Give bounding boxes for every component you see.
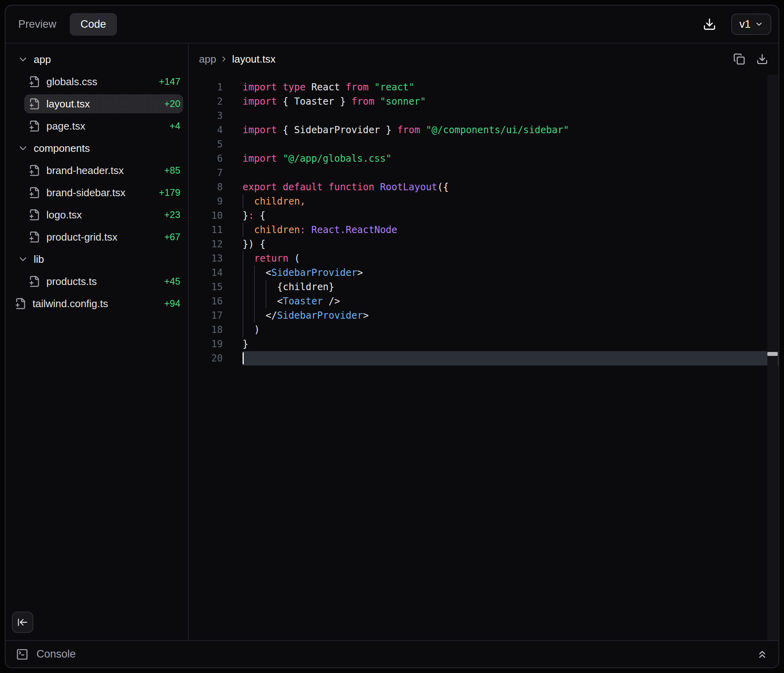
code-line-5[interactable]: 5 [189, 137, 778, 151]
token-kw: from [352, 96, 375, 107]
code-line-16[interactable]: 16<Toaster /> [189, 294, 778, 308]
collapse-sidebar-button[interactable] [12, 612, 33, 633]
tab-preview[interactable]: Preview [18, 18, 56, 31]
token-kw: import [243, 96, 277, 107]
code-lines: 1import type React from "react"2import {… [189, 80, 778, 365]
tree-item-brand-header-tsx[interactable]: brand-header.tsx+85 [24, 161, 183, 180]
code-line-3[interactable]: 3 [189, 109, 778, 123]
line-content: <Toaster /> [243, 294, 778, 308]
token-kw: export [243, 182, 277, 193]
editor-panel: app layout.tsx 1import type React from "… [189, 44, 778, 640]
indent-guide [243, 308, 243, 323]
scrollbar-track[interactable] [767, 75, 778, 640]
tree-item-product-grid-tsx[interactable]: product-grid.tsx+67 [24, 228, 183, 247]
scrollbar-thumb[interactable] [767, 352, 778, 356]
code-text: <Toaster /> [243, 294, 340, 308]
code-line-7[interactable]: 7 [189, 166, 778, 180]
file-tree-sidebar: appglobals.css+147layout.tsx+20page.tsx+… [6, 44, 189, 640]
line-number: 20 [189, 353, 223, 364]
token-pl: < [277, 296, 283, 307]
line-content: import "@/app/globals.css" [243, 151, 778, 166]
tree-item-products-ts[interactable]: products.ts+45 [24, 272, 183, 291]
tree-item-globals-css[interactable]: globals.css+147 [24, 72, 183, 91]
code-line-8[interactable]: 8export default function RootLayout({ [189, 180, 778, 194]
code-line-11[interactable]: 11children: React.ReactNode [189, 223, 778, 237]
download-project-button[interactable] [703, 17, 716, 31]
tree-item-page-tsx[interactable]: page.tsx+4 [24, 117, 183, 136]
line-number: 7 [189, 167, 223, 178]
token-pl: /> [323, 296, 340, 307]
code-text: return ( [243, 251, 300, 266]
tree-item-tailwind-config-ts[interactable]: tailwind.config.ts+94 [10, 294, 183, 313]
token-str: "@/app/globals.css" [283, 153, 392, 164]
line-number: 13 [189, 253, 223, 264]
code-line-20[interactable]: 20 [189, 351, 778, 365]
token-type: RootLayout [380, 182, 438, 193]
indent-guide [243, 194, 243, 208]
line-content: import { Toaster } from "sonner" [243, 94, 778, 109]
code-line-15[interactable]: 15{children} [189, 280, 778, 294]
token-pl [306, 224, 311, 235]
expand-console-button[interactable] [756, 648, 768, 660]
code-line-19[interactable]: 19} [189, 337, 778, 351]
line-number: 9 [189, 196, 223, 207]
line-content [243, 351, 778, 365]
indent-guide [254, 294, 255, 308]
file-plus-icon [29, 76, 40, 88]
line-content: return ( [243, 251, 778, 266]
file-plus-icon [29, 98, 40, 110]
code-line-6[interactable]: 6import "@/app/globals.css" [189, 151, 778, 166]
token-pl: {children} [277, 281, 335, 293]
tree-item-components[interactable]: components [6, 139, 188, 158]
tree-item-brand-sidebar-tsx[interactable]: brand-sidebar.tsx+179 [24, 183, 183, 202]
line-content: children, [243, 194, 778, 208]
code-line-13[interactable]: 13return ( [189, 251, 778, 266]
code-line-9[interactable]: 9children, [189, 194, 778, 208]
download-icon [756, 53, 768, 65]
version-dropdown[interactable]: v1 [731, 13, 771, 35]
code-line-10[interactable]: 10}: { [189, 208, 778, 223]
code-line-14[interactable]: 14<SidebarProvider> [189, 266, 778, 280]
line-number: 5 [189, 139, 223, 150]
tree-item-layout-tsx[interactable]: layout.tsx+20 [24, 94, 183, 113]
tab-code[interactable]: Code [70, 13, 117, 36]
diff-added-badge: +94 [164, 298, 180, 309]
token-kw: : [248, 210, 254, 221]
copy-icon [733, 53, 745, 65]
token-kw: from [346, 82, 369, 93]
console-bar[interactable]: Console [6, 640, 778, 667]
file-plus-icon [15, 298, 27, 310]
token-pl: ( [289, 253, 300, 264]
code-editor[interactable]: 1import type React from "react"2import {… [189, 75, 778, 640]
tree-item-app[interactable]: app [6, 50, 188, 69]
token-pl: > [357, 267, 363, 278]
download-file-button[interactable] [756, 53, 768, 65]
file-plus-icon [29, 209, 40, 221]
tree-item-label: logo.tsx [46, 209, 82, 221]
token-tag: Toaster [283, 296, 323, 307]
tree-item-logo-tsx[interactable]: logo.tsx+23 [24, 205, 183, 224]
code-line-1[interactable]: 1import type React from "react" [189, 80, 778, 94]
line-content: ) [243, 323, 778, 337]
line-content: <SidebarProvider> [243, 266, 778, 280]
indent-guide [266, 280, 266, 294]
code-line-12[interactable]: 12}) { [189, 237, 778, 251]
code-text: {children} [243, 280, 335, 294]
token-param: children, [254, 196, 306, 207]
code-line-4[interactable]: 4import { SidebarProvider } from "@/comp… [189, 123, 778, 137]
tree-item-label: app [34, 54, 51, 66]
copy-code-button[interactable] [733, 53, 745, 65]
token-kw: from [397, 124, 420, 136]
body-row: appglobals.css+147layout.tsx+20page.tsx+… [6, 44, 778, 640]
token-tag: SidebarProvider [277, 310, 363, 321]
tree-item-lib[interactable]: lib [6, 250, 188, 269]
code-line-2[interactable]: 2import { Toaster } from "sonner" [189, 94, 778, 109]
token-pl [420, 124, 426, 136]
token-pl [374, 182, 380, 193]
line-number: 2 [189, 96, 223, 107]
line-content: import type React from "react" [243, 80, 778, 94]
code-line-17[interactable]: 17</SidebarProvider> [189, 308, 778, 323]
code-line-18[interactable]: 18) [189, 323, 778, 337]
indent-guide [254, 308, 255, 323]
indent-guide [243, 266, 243, 280]
